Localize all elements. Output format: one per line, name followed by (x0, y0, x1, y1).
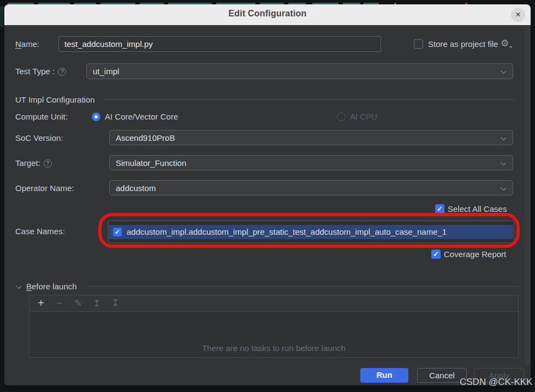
chevron-down-icon (501, 69, 506, 73)
run-button[interactable]: Run (360, 368, 408, 383)
edit-configuration-dialog: Edit Configuration × Name: Store as proj… (4, 4, 531, 385)
section-divider (104, 99, 515, 100)
case-names-list[interactable]: ✓ addcustom_impl.addcustom_impl_pre_stat… (108, 221, 514, 243)
coverage-report-checkbox[interactable]: ✓ (431, 250, 441, 259)
soc-version-label: SoC Version: (15, 130, 63, 146)
target-value: Simulator_Function (116, 156, 186, 170)
store-as-project-file-checkbox[interactable] (414, 39, 423, 49)
chevron-down-icon (501, 161, 506, 165)
chevron-down-icon (501, 186, 506, 190)
before-launch-panel: + − ✎ ↥ ↧ There are no tasks to run befo… (29, 295, 519, 358)
operator-name-label: Operator Name: (15, 180, 74, 196)
before-launch-title[interactable]: Before launch (26, 278, 77, 294)
name-label: Name: (15, 36, 39, 52)
test-type-value: ut_impl (93, 64, 119, 79)
before-launch-toolbar: + − ✎ ↥ ↧ (29, 295, 518, 312)
move-down-icon[interactable]: ↧ (108, 295, 122, 312)
before-launch-divider (87, 286, 519, 287)
scrollbar-track[interactable] (525, 26, 530, 365)
operator-name-select[interactable]: addcustom (109, 180, 513, 195)
name-input[interactable] (58, 36, 381, 52)
target-label: Target:? (15, 155, 52, 171)
before-launch-collapse-icon[interactable] (16, 284, 21, 289)
add-icon[interactable]: + (34, 295, 48, 312)
move-up-icon[interactable]: ↥ (90, 295, 104, 312)
soc-version-select[interactable]: Ascend910ProB (109, 130, 513, 145)
case-names-label: Case Names: (15, 223, 65, 239)
chevron-down-icon (501, 135, 506, 140)
gear-icon[interactable]: ⚙ (501, 38, 509, 49)
screen: e t oc t u — n, Edit Configuration × Nam… (0, 0, 535, 392)
case-checkbox[interactable]: ✓ (113, 228, 122, 236)
edit-icon[interactable]: ✎ (71, 295, 85, 312)
ai-cpu-radio-label: AI CPU (350, 109, 377, 124)
ai-cpu-radio (337, 112, 346, 121)
help-icon[interactable]: ? (58, 68, 66, 76)
dialog-title: Edit Configuration (4, 9, 531, 19)
case-name-text: addcustom_impl.addcustom_impl_pre_static… (127, 225, 447, 239)
operator-name-value: addcustom (116, 181, 156, 195)
before-launch-empty-text: There are no tasks to run before launch (29, 343, 518, 353)
remove-icon[interactable]: − (52, 295, 67, 312)
select-all-cases-checkbox[interactable]: ✓ (435, 204, 444, 213)
test-type-select[interactable]: ut_impl (86, 63, 513, 79)
test-type-label: Test Type :? (15, 63, 66, 79)
coverage-report-label: Coverage Report (444, 246, 506, 262)
close-icon[interactable]: × (511, 8, 525, 22)
case-list-item[interactable]: ✓ addcustom_impl.addcustom_impl_pre_stat… (109, 225, 513, 239)
target-select[interactable]: Simulator_Function (109, 155, 513, 170)
ai-core-radio[interactable] (92, 112, 100, 121)
help-icon[interactable]: ? (44, 159, 52, 168)
watermark: CSDN @CK-KKK (460, 377, 532, 388)
soc-version-value: Ascend910ProB (116, 130, 175, 145)
compute-unit-label: Compute Unit: (15, 109, 68, 124)
section-title: UT Impl Configuration (15, 92, 95, 108)
dialog-titlebar: Edit Configuration × (4, 4, 531, 25)
store-as-project-file-label: Store as project file (428, 36, 498, 52)
select-all-cases-label: Select All Cases (448, 201, 507, 217)
ai-core-radio-label: AI Core/Vector Core (105, 109, 178, 124)
